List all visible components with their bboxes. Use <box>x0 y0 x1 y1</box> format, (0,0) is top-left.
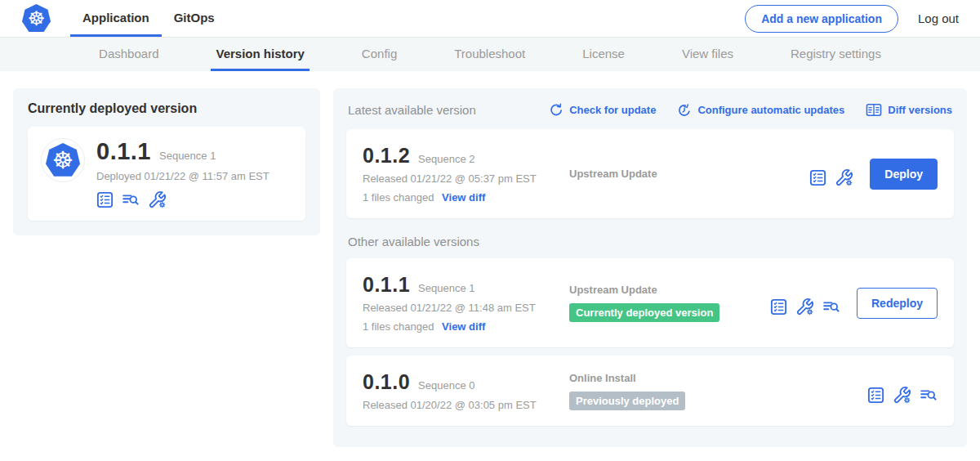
brand: ☸ <box>22 0 51 37</box>
check-for-update-link[interactable]: Check for update <box>549 103 656 118</box>
view-logs-icon[interactable] <box>122 192 140 208</box>
diff-icon <box>866 102 882 118</box>
deployed-date: Deployed 01/21/22 @ 11:57 am EST <box>96 170 270 182</box>
version-icon-row <box>770 298 840 316</box>
version-source-label: Upstream Update <box>569 168 809 180</box>
version-number: 0.1.1 <box>363 273 410 297</box>
released-date: Released 01/21/22 @ 11:48 am EST <box>363 302 569 314</box>
helm-wheel-glyph: ☸ <box>28 7 46 30</box>
app-logo-icon: ☸ <box>46 143 80 177</box>
version-actions: Check for updateConfigure automatic upda… <box>549 102 952 118</box>
edit-config-icon[interactable] <box>795 298 814 316</box>
files-changed-line: 1 files changed View diff <box>363 191 569 204</box>
deployed-version-number: 0.1.1 <box>96 138 151 165</box>
available-panel-header: Latest available version Check for updat… <box>348 102 952 118</box>
deployed-version-card: ☸ 0.1.1 Sequence 1 Deployed 01/21/22 @ 1… <box>28 127 305 221</box>
version-status-badge: Currently deployed version <box>569 303 719 322</box>
released-date: Released 01/20/22 @ 03:05 pm EST <box>363 399 569 411</box>
version-source-column: Upstream Update <box>569 168 809 180</box>
version-source-label: Upstream Update <box>569 284 770 296</box>
release-notes-icon[interactable] <box>96 191 114 208</box>
view-diff-link[interactable]: View diff <box>442 191 485 204</box>
version-icon-row <box>867 386 938 405</box>
version-card-0.1.2: 0.1.2 Sequence 2 Released 01/21/22 @ 05:… <box>346 129 954 218</box>
logout-button[interactable]: Log out <box>918 11 959 25</box>
helm-wheel-glyph: ☸ <box>52 146 74 174</box>
version-info-column: 0.1.0 Sequence 0 Released 01/20/22 @ 03:… <box>363 370 569 411</box>
configure-automatic-updates-label: Configure automatic updates <box>697 104 844 116</box>
sequence-label: Sequence 2 <box>418 153 474 165</box>
schedule-update-icon <box>677 103 692 118</box>
release-notes-icon[interactable] <box>770 298 787 316</box>
version-status-badge: Previously deployed <box>569 392 685 410</box>
files-changed-label: 1 files changed <box>363 191 437 204</box>
version-source-label: Online Install <box>569 372 867 384</box>
deployed-icon-row <box>96 190 270 209</box>
refresh-icon <box>549 103 564 118</box>
release-notes-icon[interactable] <box>867 387 884 404</box>
edit-config-icon[interactable] <box>893 386 911 405</box>
top-nav-right: Add a new application Log out <box>745 0 980 37</box>
main-content: Currently deployed version ☸ 0.1.1 Seque… <box>0 71 980 447</box>
app-logo-ring: ☸ <box>41 138 85 182</box>
version-info-column: 0.1.2 Sequence 2 Released 01/21/22 @ 05:… <box>363 144 569 204</box>
latest-available-title: Latest available version <box>348 103 476 117</box>
other-versions-title: Other available versions <box>348 235 952 248</box>
latest-version-list: 0.1.2 Sequence 2 Released 01/21/22 @ 05:… <box>346 129 954 218</box>
sub-nav-tab-registry-settings[interactable]: Registry settings <box>786 38 886 71</box>
deployed-panel-title: Currently deployed version <box>28 101 305 116</box>
kubernetes-logo-icon: ☸ <box>22 4 51 33</box>
deployed-sequence-label: Sequence 1 <box>159 150 216 162</box>
add-application-button[interactable]: Add a new application <box>745 5 898 33</box>
top-nav-tabs: ApplicationGitOps <box>70 0 227 37</box>
deploy-button[interactable]: Deploy <box>870 159 938 190</box>
view-diff-link[interactable]: View diff <box>442 320 485 333</box>
app-sub-nav: DashboardVersion historyConfigTroublesho… <box>0 38 980 71</box>
sub-nav-tab-version-history[interactable]: Version history <box>211 38 309 71</box>
edit-config-icon[interactable] <box>148 190 167 209</box>
view-logs-icon[interactable] <box>822 299 840 315</box>
version-source-column: Upstream Update Currently deployed versi… <box>569 284 770 322</box>
sub-nav-tab-config[interactable]: Config <box>357 38 402 71</box>
other-version-list: 0.1.1 Sequence 1 Released 01/21/22 @ 11:… <box>346 258 954 426</box>
view-logs-icon[interactable] <box>920 387 938 403</box>
version-card-0.1.0: 0.1.0 Sequence 0 Released 01/20/22 @ 03:… <box>346 356 954 426</box>
redeploy-button[interactable]: Redeploy <box>857 288 938 319</box>
version-history-panel: Latest available version Check for updat… <box>333 88 967 447</box>
version-number: 0.1.0 <box>363 370 410 394</box>
version-card-0.1.1: 0.1.1 Sequence 1 Released 01/21/22 @ 11:… <box>346 258 954 347</box>
version-actions-column: Redeploy <box>770 288 938 319</box>
files-changed-line: 1 files changed View diff <box>363 320 569 333</box>
version-icon-row <box>809 168 853 187</box>
top-nav-tab-application[interactable]: Application <box>70 0 162 37</box>
version-number: 0.1.2 <box>363 144 410 168</box>
sub-nav-tab-license[interactable]: License <box>577 38 630 71</box>
deployed-version-info: 0.1.1 Sequence 1 Deployed 01/21/22 @ 11:… <box>96 138 270 209</box>
top-nav: ☸ ApplicationGitOps Add a new applicatio… <box>0 0 980 38</box>
sub-nav-tab-troubleshoot[interactable]: Troubleshoot <box>449 38 530 71</box>
release-notes-icon[interactable] <box>809 169 826 186</box>
currently-deployed-panel: Currently deployed version ☸ 0.1.1 Seque… <box>13 88 320 235</box>
version-source-column: Online Install Previously deployed <box>569 372 867 410</box>
sub-nav-tab-dashboard[interactable]: Dashboard <box>94 38 163 71</box>
diff-versions-label: Diff versions <box>888 104 952 116</box>
released-date: Released 01/21/22 @ 05:37 pm EST <box>363 172 569 185</box>
sequence-label: Sequence 1 <box>418 282 474 294</box>
sequence-label: Sequence 0 <box>418 379 474 392</box>
version-info-column: 0.1.1 Sequence 1 Released 01/21/22 @ 11:… <box>363 273 569 333</box>
version-actions-column <box>867 378 938 405</box>
sub-nav-tab-view-files[interactable]: View files <box>677 38 738 71</box>
edit-config-icon[interactable] <box>835 168 853 187</box>
configure-automatic-updates-link[interactable]: Configure automatic updates <box>677 103 844 118</box>
version-actions-column: Deploy <box>809 159 938 190</box>
files-changed-label: 1 files changed <box>363 320 437 333</box>
top-nav-tab-gitops[interactable]: GitOps <box>162 0 227 37</box>
diff-versions-link[interactable]: Diff versions <box>866 102 952 118</box>
check-for-update-label: Check for update <box>569 104 656 116</box>
